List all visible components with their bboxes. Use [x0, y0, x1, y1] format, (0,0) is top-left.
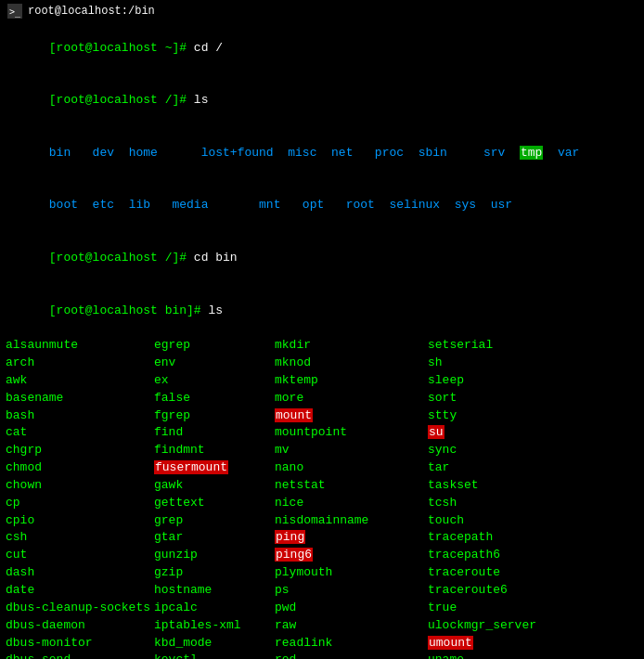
ls-item: raw: [275, 617, 428, 635]
line-cd-root: [root@localhost ~]# cd /: [6, 22, 638, 75]
ls-item: sh: [428, 355, 630, 372]
ls-item: setserial: [428, 337, 630, 355]
ls-item: bash: [6, 407, 154, 425]
ls-item: mount: [275, 407, 428, 425]
ls-item: false: [154, 390, 275, 407]
ls-item: gettext: [154, 495, 275, 512]
bin-ls-output: alsaunmute arch awk basename bash cat ch…: [6, 337, 638, 659]
ls-item: mkdir: [275, 337, 428, 355]
ls-item-fusermount: fusermount: [154, 460, 228, 474]
ls-item: readlink: [275, 635, 428, 653]
ls-item: ping: [275, 529, 428, 547]
ls-item: uname: [428, 652, 630, 659]
ls-item: red: [275, 652, 428, 659]
ls-item: gzip: [154, 564, 275, 582]
ls-item: chown: [6, 477, 154, 495]
ls-item: date: [6, 582, 154, 600]
ls-item: alsaunmute: [6, 337, 154, 355]
ls-item: plymouth: [275, 564, 428, 582]
ls-item: mv: [275, 442, 428, 459]
col1: alsaunmute arch awk basename bash cat ch…: [6, 337, 154, 659]
ls-item: nisdomainname: [275, 512, 428, 530]
ls-item: basename: [6, 390, 154, 407]
ls-item: find: [154, 424, 275, 442]
col2: egrep env ex false fgrep find findmnt fu…: [154, 337, 275, 659]
ls-item: nice: [275, 495, 428, 512]
ls-item-su: su: [428, 425, 444, 439]
ls-item: ex: [154, 372, 275, 390]
ls-item: ping6: [275, 547, 428, 564]
ls-item: ps: [275, 582, 428, 600]
ls-item: chgrp: [6, 442, 154, 459]
ls-item: cat: [6, 424, 154, 442]
line-cd-bin: [root@localhost /]# cd bin: [6, 232, 638, 285]
ls-item: su: [428, 424, 630, 442]
ls-item: ipcalc: [154, 600, 275, 617]
ls-item: fusermount: [154, 459, 275, 477]
prompt: [root@localhost /]#: [49, 251, 194, 265]
col3: mkdir mknod mktemp more mount mountpoint…: [275, 337, 428, 659]
ls-item: mountpoint: [275, 424, 428, 442]
prompt: [root@localhost /]#: [49, 93, 194, 107]
command: ls: [208, 304, 223, 317]
ls-item: dbus-monitor: [6, 635, 154, 653]
ls-item: traceroute: [428, 564, 630, 582]
ls-item-mount: mount: [275, 408, 313, 422]
ls-item: kbd_mode: [154, 635, 275, 653]
ls-item: true: [428, 600, 630, 617]
ls-item: dbus-daemon: [6, 617, 154, 635]
prompt: [root@localhost bin]#: [49, 304, 209, 317]
ls-item: more: [275, 390, 428, 407]
ls-item: grep: [154, 512, 275, 530]
ls-item: dbus-send: [6, 652, 154, 659]
ls-item: arch: [6, 355, 154, 372]
ls-item: iptables-xml: [154, 617, 275, 635]
ls-item: tar: [428, 459, 630, 477]
ls-item: mktemp: [275, 372, 428, 390]
line-ls-bin-cmd: [root@localhost bin]# ls: [6, 285, 638, 338]
title-bar: >_ root@localhost:/bin: [4, 2, 640, 20]
terminal-icon: >_: [7, 4, 22, 19]
ls-item: tracepath6: [428, 547, 630, 564]
terminal-window: >_ root@localhost:/bin [root@localhost ~…: [0, 0, 644, 659]
ls-item: gawk: [154, 477, 275, 495]
ls-item: tcsh: [428, 495, 630, 512]
ls-item: sort: [428, 390, 630, 407]
ls-item: dash: [6, 564, 154, 582]
ls-item: ulockmgr_server: [428, 617, 630, 635]
ls-item: hostname: [154, 582, 275, 600]
ls-item: tracepath: [428, 529, 630, 547]
line-ls-root-1: bin dev home lost+found misc net proc sb…: [6, 127, 638, 180]
ls-item: umount: [428, 635, 630, 653]
ls-item: var: [543, 146, 579, 160]
ls-item: traceroute6: [428, 582, 630, 600]
ls-item: pwd: [275, 600, 428, 617]
ls-item: gunzip: [154, 547, 275, 564]
ls-item: egrep: [154, 337, 275, 355]
svg-text:>_: >_: [9, 6, 21, 18]
ls-item: sync: [428, 442, 630, 459]
ls-item-umount: umount: [428, 636, 473, 650]
command: cd bin: [194, 251, 238, 265]
ls-item: gtar: [154, 529, 275, 547]
ls-item: awk: [6, 372, 154, 390]
ls-item: findmnt: [154, 442, 275, 459]
ls-item: bin dev home lost+found misc net proc sb…: [49, 146, 520, 160]
ls-item: cp: [6, 495, 154, 512]
ls-item: cut: [6, 547, 154, 564]
ls-item: keyctl: [154, 652, 275, 659]
ls-item: csh: [6, 529, 154, 547]
ls-item: touch: [428, 512, 630, 530]
ls-item: taskset: [428, 477, 630, 495]
window-title: root@localhost:/bin: [28, 5, 155, 18]
ls-item: stty: [428, 407, 630, 425]
prompt: [root@localhost ~]#: [49, 41, 194, 55]
ls-item: dbus-cleanup-sockets: [6, 600, 154, 617]
command: ls: [194, 93, 209, 107]
ls-item-ping6: ping6: [275, 548, 313, 562]
ls-item: chmod: [6, 459, 154, 477]
ls-item-ping: ping: [275, 530, 305, 544]
terminal-content: [root@localhost ~]# cd / [root@localhost…: [4, 22, 640, 659]
command: cd /: [194, 41, 223, 55]
line-ls-root-cmd: [root@localhost /]# ls: [6, 75, 638, 128]
